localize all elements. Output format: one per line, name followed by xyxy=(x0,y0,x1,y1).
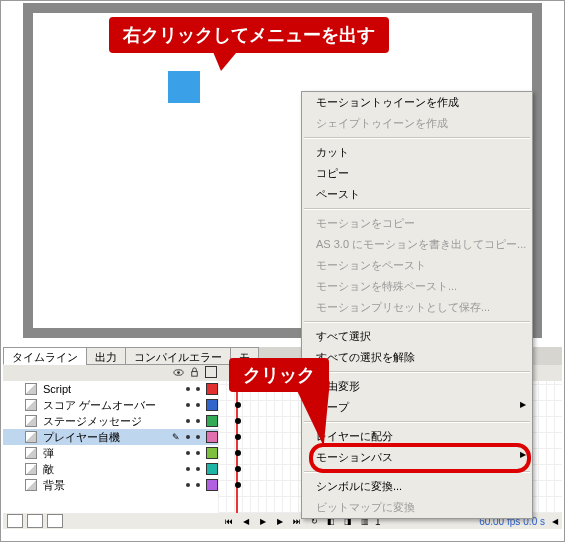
color-swatch[interactable] xyxy=(206,479,218,491)
keyframe[interactable] xyxy=(235,402,241,408)
keyframe[interactable] xyxy=(235,450,241,456)
layer-icon xyxy=(25,399,37,411)
color-swatch[interactable] xyxy=(206,399,218,411)
layer-name: プレイヤー自機 xyxy=(43,430,166,445)
lock-dot[interactable] xyxy=(196,387,200,391)
layer-icon xyxy=(25,383,37,395)
layer-icon xyxy=(25,479,37,491)
keyframe[interactable] xyxy=(235,482,241,488)
scroll-left-button[interactable]: ◀ xyxy=(548,515,562,527)
prev-frame-button[interactable]: ◀ xyxy=(239,515,253,527)
menu-item[interactable]: 自由変形 xyxy=(302,376,532,397)
pencil-icon: ✎ xyxy=(172,432,180,442)
visibility-dot[interactable] xyxy=(186,435,190,439)
annotation-tail-1 xyxy=(211,47,241,71)
menu-item: AS 3.0 にモーションを書き出してコピー... xyxy=(302,234,532,255)
menu-item: モーションを特殊ペースト... xyxy=(302,276,532,297)
menu-item: モーションをペースト xyxy=(302,255,532,276)
delete-layer-button[interactable] xyxy=(47,514,63,528)
layer-row[interactable]: ステージメッセージ xyxy=(3,413,218,429)
keyframe[interactable] xyxy=(235,418,241,424)
layer-icon xyxy=(25,431,37,443)
svg-point-1 xyxy=(177,371,180,374)
annotation-callout-1: 右クリックしてメニューを出す xyxy=(109,17,389,53)
lock-column-icon[interactable] xyxy=(189,367,200,380)
layers-panel: Scriptスコア ゲームオーバーステージメッセージプレイヤー自機✎弾敵背景 xyxy=(3,381,219,513)
next-frame-button[interactable]: ▶ xyxy=(273,515,287,527)
menu-item: モーションプリセットとして保存... xyxy=(302,297,532,318)
layer-name: スコア ゲームオーバー xyxy=(43,398,180,413)
menu-item: シェイプトゥイーンを作成 xyxy=(302,113,532,134)
menu-item: モーションをコピー xyxy=(302,213,532,234)
tab-timeline[interactable]: タイムライン xyxy=(3,347,87,365)
visibility-column-icon[interactable] xyxy=(173,367,184,380)
selected-shape[interactable] xyxy=(168,71,200,103)
play-button[interactable]: ▶ xyxy=(256,515,270,527)
layer-name: 背景 xyxy=(43,478,180,493)
lock-dot[interactable] xyxy=(196,403,200,407)
color-swatch[interactable] xyxy=(206,431,218,443)
outline-column-icon[interactable] xyxy=(205,366,217,378)
menu-item: ビットマップに変換 xyxy=(302,497,532,518)
keyframe[interactable] xyxy=(235,434,241,440)
menu-separator xyxy=(304,471,530,473)
menu-item[interactable]: シンボルに変換... xyxy=(302,476,532,497)
menu-separator xyxy=(304,371,530,373)
layer-row[interactable]: 背景 xyxy=(3,477,218,493)
menu-separator xyxy=(304,321,530,323)
keyframe[interactable] xyxy=(235,466,241,472)
tab-compiler-errors[interactable]: コンパイルエラー xyxy=(125,347,231,365)
menu-item[interactable]: モーショントゥイーンを作成 xyxy=(302,92,532,113)
layer-row[interactable]: 敵 xyxy=(3,461,218,477)
layer-icon xyxy=(25,463,37,475)
tab-output[interactable]: 出力 xyxy=(86,347,126,365)
lock-dot[interactable] xyxy=(196,419,200,423)
layer-row[interactable]: プレイヤー自機✎ xyxy=(3,429,218,445)
lock-dot[interactable] xyxy=(196,435,200,439)
color-swatch[interactable] xyxy=(206,415,218,427)
layer-icon xyxy=(25,447,37,459)
context-menu[interactable]: モーショントゥイーンを作成シェイプトゥイーンを作成カットコピーペーストモーション… xyxy=(301,91,533,519)
menu-separator xyxy=(304,208,530,210)
lock-dot[interactable] xyxy=(196,467,200,471)
menu-item[interactable]: コピー xyxy=(302,163,532,184)
layer-icon xyxy=(25,415,37,427)
visibility-dot[interactable] xyxy=(186,419,190,423)
visibility-dot[interactable] xyxy=(186,403,190,407)
first-frame-button[interactable]: ⏮ xyxy=(222,515,236,527)
lock-dot[interactable] xyxy=(196,483,200,487)
menu-item[interactable]: ペースト xyxy=(302,184,532,205)
layer-row[interactable]: スコア ゲームオーバー xyxy=(3,397,218,413)
visibility-dot[interactable] xyxy=(186,483,190,487)
layer-name: Script xyxy=(43,383,180,395)
layer-row[interactable]: 弾 xyxy=(3,445,218,461)
layer-toolbar xyxy=(3,513,222,529)
svg-rect-2 xyxy=(192,372,198,377)
layer-row[interactable]: Script xyxy=(3,381,218,397)
annotation-callout-2: クリック xyxy=(229,358,329,392)
layer-name: ステージメッセージ xyxy=(43,414,180,429)
new-layer-button[interactable] xyxy=(7,514,23,528)
visibility-dot[interactable] xyxy=(186,467,190,471)
playhead[interactable] xyxy=(236,381,238,513)
menu-separator xyxy=(304,137,530,139)
visibility-dot[interactable] xyxy=(186,451,190,455)
color-swatch[interactable] xyxy=(206,463,218,475)
lock-dot[interactable] xyxy=(196,451,200,455)
layer-name: 弾 xyxy=(43,446,180,461)
menu-item[interactable]: モーションパス xyxy=(302,447,532,468)
menu-item[interactable]: すべての選択を解除 xyxy=(302,347,532,368)
color-swatch[interactable] xyxy=(206,447,218,459)
layer-name: 敵 xyxy=(43,462,180,477)
new-folder-button[interactable] xyxy=(27,514,43,528)
menu-item[interactable]: カット xyxy=(302,142,532,163)
color-swatch[interactable] xyxy=(206,383,218,395)
menu-item[interactable]: すべて選択 xyxy=(302,326,532,347)
visibility-dot[interactable] xyxy=(186,387,190,391)
